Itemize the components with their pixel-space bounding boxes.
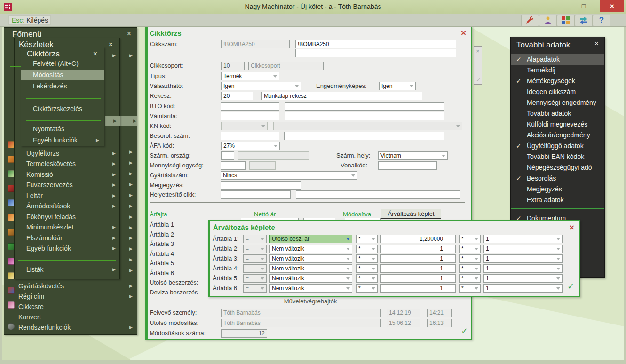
valaszthato-select[interactable]: Igen bbox=[221, 82, 301, 90]
kn-name-select[interactable] bbox=[273, 122, 462, 130]
popup-op1-select[interactable]: = bbox=[243, 235, 267, 243]
keszletek-item-egyeb-funkciok[interactable]: Egyéb funkciók ▶ bbox=[15, 244, 119, 253]
popup-factor-input[interactable]: 1 bbox=[380, 264, 456, 273]
popup-factor-input[interactable]: 1 bbox=[380, 254, 456, 263]
popup-extra-select[interactable]: 1 bbox=[483, 254, 563, 263]
form-close-icon[interactable]: × bbox=[461, 28, 466, 37]
popup-source-select[interactable]: Utolsó besz. ár bbox=[269, 235, 352, 243]
keszletek-item-armodositasok[interactable]: Ármódosítások ▶ bbox=[15, 201, 119, 211]
popup-extra-select[interactable]: 1 bbox=[483, 235, 563, 243]
popup-op1-select[interactable]: = bbox=[243, 274, 267, 283]
keszletek-item-fuvarszervezes[interactable]: Fuvarszervezés ▶ bbox=[15, 180, 119, 190]
modules-button[interactable] bbox=[557, 15, 575, 26]
popup-source-select[interactable]: Nem változik bbox=[269, 284, 352, 293]
close-button[interactable]: × bbox=[600, 0, 624, 12]
popup-op2-select[interactable]: * bbox=[356, 245, 378, 253]
popup-extra-select[interactable]: 1 bbox=[483, 245, 563, 253]
keszletek-item-fokonyvi-feladas[interactable]: Főkönyvi feladás bbox=[15, 212, 119, 222]
transfer-button[interactable] bbox=[575, 15, 593, 26]
panel-item-akcios-ar[interactable]: Akciós ár/engedmény bbox=[511, 130, 604, 141]
keszletek-close-icon[interactable]: × bbox=[109, 41, 113, 48]
cikktorzs-item-modositas[interactable]: Módosítás bbox=[21, 70, 104, 80]
panel-item-megjegyzes[interactable]: Megjegyzés bbox=[511, 184, 604, 195]
panel-item-nepegeszsegugyi-ado[interactable]: Népegészségügyi adó bbox=[511, 162, 604, 173]
szarm-orszag-code-field[interactable] bbox=[221, 151, 234, 160]
popup-op3-select[interactable]: * bbox=[459, 245, 481, 253]
popup-factor-input[interactable]: 1 bbox=[380, 284, 456, 293]
panel-item-tovabbi-adatok[interactable]: További adatok bbox=[511, 108, 604, 119]
cikktorzs-item-egyeb-funkciok[interactable]: Egyéb funkciók ▶ bbox=[21, 135, 104, 145]
panel-item-ugyfelfuggo-adatok[interactable]: ✓ Ügyfélfüggő adatok bbox=[511, 141, 604, 151]
popup-op1-select[interactable]: = bbox=[243, 254, 267, 263]
afa-select[interactable]: 27% bbox=[221, 142, 280, 150]
fomenu-item-gyartaskovetes[interactable]: Gyártáskövetés ▶ bbox=[4, 281, 137, 291]
cikktorzs-item-felvetel[interactable]: Felvétel (Alt+C) bbox=[21, 59, 104, 69]
panel-item-tovabbi-ean[interactable]: További EAN kódok bbox=[511, 151, 604, 162]
keszletek-item-minimumkeszlet[interactable]: Minimumkészlet ▶ bbox=[15, 222, 119, 232]
popup-source-select[interactable]: Nem változik bbox=[269, 274, 352, 283]
popup-op1-select[interactable]: = bbox=[243, 245, 267, 253]
besorol-name-field[interactable] bbox=[284, 132, 444, 140]
popup-op2-select[interactable]: * bbox=[356, 254, 378, 263]
szarm-hely-select[interactable]: Vietnam bbox=[378, 151, 448, 160]
popup-extra-select[interactable]: 1 bbox=[483, 274, 563, 283]
menny-egyseg-field[interactable] bbox=[221, 161, 246, 170]
popup-op3-select[interactable]: * bbox=[459, 264, 481, 273]
cikkszam-extra-field[interactable] bbox=[295, 49, 456, 57]
popup-extra-select[interactable]: 1 bbox=[483, 264, 563, 273]
minimize-button[interactable]: – bbox=[565, 1, 576, 11]
popup-factor-input[interactable]: 1 bbox=[380, 274, 456, 283]
keszletek-item-termeleskovetes[interactable]: Termeléskövetés ▶ bbox=[15, 159, 119, 169]
cikktorzs-item-cikktorzskezeles[interactable]: Cikktörzskezelés bbox=[21, 104, 104, 114]
cikkszam-field[interactable]: !BOMBA250 bbox=[295, 40, 456, 48]
kn-code-select[interactable] bbox=[221, 122, 268, 130]
vonalkod-field[interactable] bbox=[378, 161, 437, 170]
popup-source-select[interactable]: Nem változik bbox=[269, 254, 352, 263]
panel-item-mertekegysegek[interactable]: ✓ Mértékegységek bbox=[511, 76, 604, 87]
gyartasiszam-select[interactable]: Nincs bbox=[221, 171, 357, 180]
help-button[interactable]: ? bbox=[593, 15, 610, 26]
panel-item-idegen-cikkszam[interactable]: Idegen cikkszám bbox=[511, 87, 604, 97]
fomenu-item-regi-cim[interactable]: Régi cím ▶ bbox=[4, 292, 137, 301]
settings-wrench-button[interactable] bbox=[521, 15, 539, 26]
tipus-select[interactable]: Termék bbox=[221, 72, 279, 80]
form-confirm-check-icon[interactable]: ✓ bbox=[461, 327, 468, 335]
fomenu-item-cikkcsere[interactable]: Cikkcsre bbox=[4, 302, 137, 312]
rekesz-code-field[interactable]: 20 bbox=[221, 92, 253, 100]
panel-item-kulfoldi-megnevezes[interactable]: Külföldi megnevezés bbox=[511, 119, 604, 130]
panel-item-termekdij[interactable]: Termékdíj bbox=[511, 65, 604, 76]
panel-close-icon[interactable]: × bbox=[594, 40, 599, 47]
fomenu-item-konvert[interactable]: Konvert bbox=[4, 312, 137, 322]
popup-op2-select[interactable]: * bbox=[356, 284, 378, 293]
popup-op3-select[interactable]: * bbox=[459, 254, 481, 263]
bto-name-field[interactable] bbox=[285, 102, 444, 111]
popup-op3-select[interactable]: * bbox=[459, 284, 481, 293]
keszletek-item-listak[interactable]: Listák ▶ bbox=[15, 265, 119, 275]
popup-op2-select[interactable]: * bbox=[356, 274, 378, 283]
keszletek-item-leltar[interactable]: Leltár ▶ bbox=[15, 191, 119, 201]
popup-op1-select[interactable]: = bbox=[243, 284, 267, 293]
popup-op1-select[interactable]: = bbox=[243, 264, 267, 273]
cikkcsoport-code-field[interactable]: 10 bbox=[221, 62, 245, 70]
panel-item-besorolas[interactable]: ✓ Besorolás bbox=[511, 173, 604, 184]
megjegyzes-field[interactable] bbox=[221, 181, 301, 190]
besorol-code-field[interactable] bbox=[221, 132, 279, 140]
helyettesito-code-field[interactable] bbox=[221, 190, 291, 199]
vamtarifa-code-field[interactable] bbox=[221, 112, 279, 120]
rekesz-name-field[interactable]: Munkalap rekesz bbox=[261, 92, 422, 100]
arvaltozas-keplet-button[interactable]: Árváltozás képlet bbox=[381, 209, 441, 219]
cikktorzs-item-lekerdezes[interactable]: Lekérdezés bbox=[21, 81, 104, 91]
user-button[interactable] bbox=[539, 15, 557, 26]
panel-item-extra-adatok[interactable]: Extra adatok bbox=[511, 195, 604, 206]
esc-exit-button[interactable]: Esc: Kilépés bbox=[8, 15, 51, 25]
popup-close-icon[interactable]: × bbox=[569, 223, 574, 232]
cikktorzs-menu-close-icon[interactable]: × bbox=[93, 50, 97, 58]
popup-source-select[interactable]: Nem változik bbox=[269, 264, 352, 273]
popup-op2-select[interactable]: * bbox=[356, 235, 378, 243]
popup-confirm-check-icon[interactable]: ✓ bbox=[567, 282, 574, 291]
bto-code-field[interactable] bbox=[221, 102, 279, 111]
panel-item-mennyisegi-engedmeny[interactable]: Mennyiségi engedmény bbox=[511, 97, 604, 108]
keszletek-item-elszamoloar[interactable]: Elszámolóár ▶ bbox=[15, 233, 119, 243]
cikktorzs-item-nyomtatas[interactable]: Nyomtatás bbox=[21, 124, 104, 134]
keszletek-item-ugyfeltorzs[interactable]: Ügyféltörzs ▶ bbox=[15, 149, 119, 158]
